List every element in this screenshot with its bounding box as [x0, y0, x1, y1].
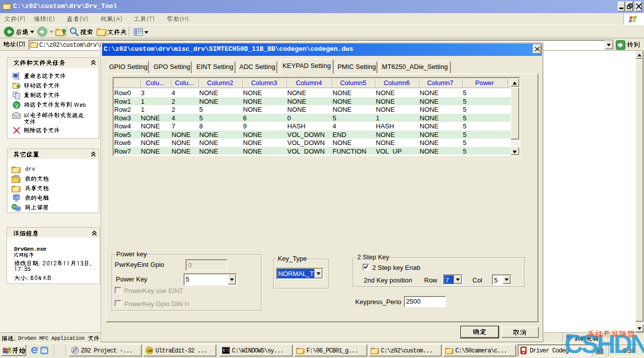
svg-text:C:\: C:\: [223, 348, 229, 352]
svg-text:UE: UE: [147, 349, 152, 352]
